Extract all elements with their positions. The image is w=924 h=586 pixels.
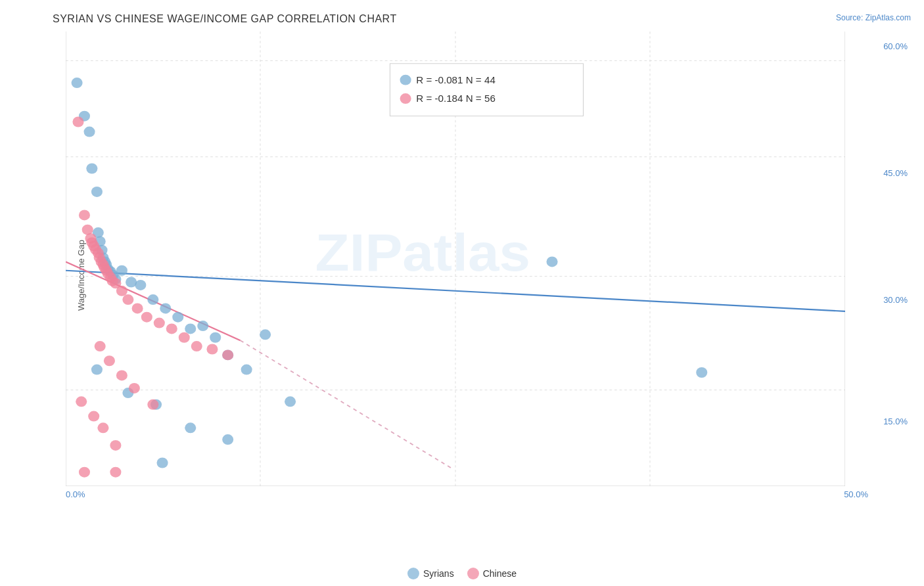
- svg-text:ZIPatlas: ZIPatlas: [315, 223, 530, 282]
- svg-point-82: [76, 396, 87, 407]
- svg-point-87: [110, 467, 121, 478]
- chinese-label: Chinese: [483, 568, 517, 579]
- svg-point-17: [86, 164, 97, 174]
- chart-container: SYRIAN VS CHINESE WAGE/INCOME GAP CORREL…: [0, 0, 924, 586]
- y-label-30: 30.0%: [883, 295, 908, 305]
- svg-point-45: [185, 422, 196, 433]
- bottom-legend: Syrians Chinese: [407, 568, 517, 579]
- scatter-plot: ZIPatlas: [66, 32, 845, 486]
- svg-point-46: [222, 434, 233, 445]
- y-label-45: 45.0%: [883, 168, 908, 178]
- svg-point-79: [116, 370, 127, 380]
- svg-point-31: [135, 280, 146, 290]
- svg-point-83: [88, 411, 99, 422]
- svg-point-36: [197, 321, 208, 331]
- svg-point-37: [210, 332, 221, 343]
- legend-syrians: Syrians: [407, 568, 454, 579]
- svg-point-39: [241, 365, 252, 375]
- svg-point-32: [147, 294, 158, 305]
- svg-text:R = -0.184    N = 56: R = -0.184 N = 56: [416, 94, 496, 104]
- svg-point-69: [132, 303, 143, 313]
- y-label-60: 60.0%: [883, 41, 908, 51]
- svg-point-86: [79, 467, 90, 478]
- svg-point-73: [179, 332, 190, 343]
- svg-point-51: [79, 210, 90, 220]
- svg-point-48: [547, 256, 558, 267]
- svg-point-41: [285, 396, 296, 407]
- svg-point-16: [84, 127, 95, 137]
- svg-point-14: [72, 78, 83, 88]
- svg-point-81: [147, 399, 158, 410]
- svg-point-91: [400, 93, 411, 104]
- syrians-dot: [407, 568, 419, 579]
- svg-point-29: [116, 265, 127, 276]
- svg-point-68: [122, 294, 133, 305]
- syrians-label: Syrians: [423, 568, 454, 579]
- source-label: Source: ZipAtlas.com: [836, 13, 911, 22]
- svg-point-67: [116, 286, 127, 296]
- svg-point-18: [91, 187, 103, 197]
- y-label-15: 15.0%: [883, 417, 908, 426]
- svg-point-50: [72, 117, 83, 127]
- svg-point-49: [696, 367, 707, 378]
- svg-point-75: [206, 344, 218, 355]
- svg-point-35: [185, 323, 196, 334]
- svg-point-89: [400, 75, 411, 85]
- svg-point-84: [97, 422, 108, 433]
- chinese-dot: [467, 568, 479, 579]
- svg-point-77: [95, 341, 106, 351]
- chart-title: SYRIAN VS CHINESE WAGE/INCOME GAP CORREL…: [53, 13, 871, 25]
- svg-point-34: [172, 312, 183, 323]
- svg-point-71: [154, 318, 165, 328]
- svg-point-70: [141, 312, 152, 323]
- svg-text:R = -0.081    N = 44: R = -0.081 N = 44: [416, 75, 496, 85]
- x-label-50: 50.0%: [844, 489, 868, 499]
- svg-point-85: [110, 440, 121, 451]
- svg-point-40: [260, 329, 271, 340]
- svg-point-76: [222, 349, 233, 360]
- legend-chinese: Chinese: [467, 568, 517, 579]
- svg-point-33: [160, 303, 171, 313]
- svg-rect-88: [390, 64, 583, 116]
- svg-line-12: [241, 340, 453, 468]
- chart-area: Wage/Income Gap 60.0% 45.0% 30.0% 15.0%: [53, 32, 871, 519]
- x-label-0: 0.0%: [66, 489, 85, 499]
- svg-point-78: [104, 355, 115, 366]
- svg-point-72: [166, 323, 177, 334]
- svg-point-80: [129, 383, 140, 394]
- svg-point-42: [91, 365, 103, 375]
- svg-point-74: [191, 341, 202, 351]
- svg-point-47: [157, 458, 168, 468]
